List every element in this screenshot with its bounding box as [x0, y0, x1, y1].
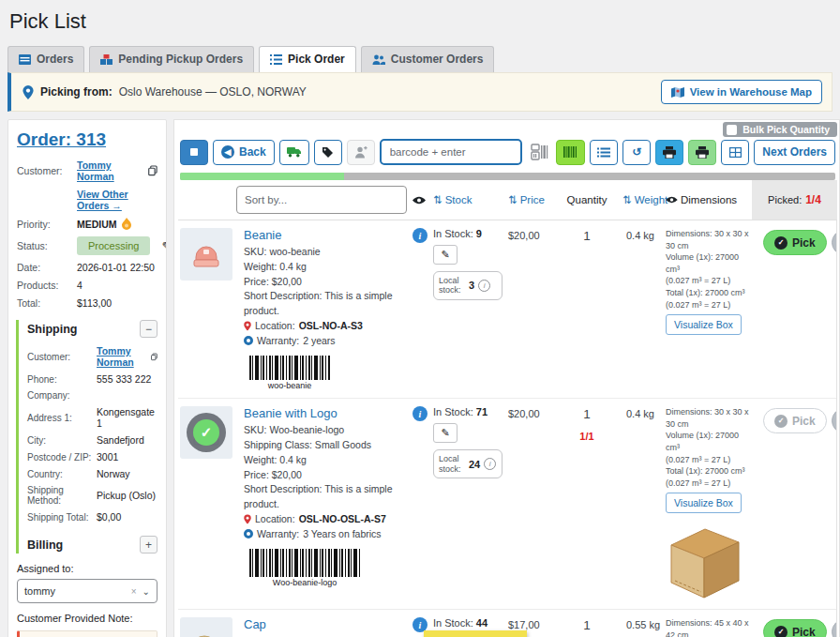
box-3d-visualization — [666, 521, 742, 599]
sort-arrows-icon: ⇅ — [433, 193, 442, 206]
product-image[interactable] — [180, 617, 232, 637]
assign-user-button[interactable] — [347, 140, 375, 165]
date-label: Date: — [17, 262, 77, 273]
visibility-column-header[interactable] — [412, 196, 433, 205]
assigned-to-select[interactable]: tommy × ⌄ — [17, 579, 158, 603]
status-label: Status: — [17, 240, 77, 251]
edit-stock-button[interactable]: ✎ — [433, 245, 458, 265]
grid-view-button[interactable] — [721, 140, 749, 165]
barcode-scan-button[interactable] — [556, 140, 585, 165]
column-header-weight[interactable]: ⇅Weight — [613, 193, 666, 206]
status-badge: Processing — [77, 236, 150, 255]
sort-input[interactable] — [236, 186, 407, 214]
next-orders-button[interactable]: Next Orders — [754, 140, 835, 165]
product-name-link[interactable]: Beanie — [244, 228, 281, 242]
tab-pending-label: Pending Pickup Orders — [118, 53, 243, 66]
copy-icon[interactable] — [151, 352, 158, 362]
order-title-link[interactable]: Order: 313 — [17, 129, 106, 150]
local-stock-info-icon[interactable]: i — [484, 458, 496, 470]
info-icon[interactable]: i — [412, 406, 428, 421]
collapse-sidebar-button[interactable] — [180, 140, 208, 165]
info-icon[interactable]: i — [412, 228, 428, 243]
billing-title: Billing — [27, 538, 63, 552]
edit-status-icon[interactable]: ✎ — [161, 239, 167, 253]
list-icon — [597, 147, 610, 158]
quantity-cell: 11/1 — [561, 406, 613, 603]
next-orders-label: Next Orders — [762, 145, 827, 159]
barcode-input[interactable] — [380, 139, 522, 165]
product-image[interactable]: ✓ — [180, 406, 232, 459]
sticky-note[interactable]: Location changed on this item. Tom — [424, 630, 527, 637]
print-blue-button[interactable] — [655, 140, 683, 165]
pick-button[interactable]: ✓Pick — [763, 619, 827, 637]
local-stock-info-icon[interactable]: i — [478, 280, 490, 292]
undo-pick-button[interactable]: ↺ — [832, 408, 837, 433]
tag-button[interactable] — [314, 140, 342, 165]
edit-stock-button[interactable]: ✎ — [433, 423, 458, 443]
collapse-shipping-button[interactable]: − — [140, 320, 158, 338]
undo-pick-button[interactable]: ↺ — [832, 619, 837, 637]
dimensions-cell: Dimensions: 30 x 30 x 30 cmVolume (1x): … — [666, 406, 752, 603]
product-name-link[interactable]: Beanie with Logo — [244, 406, 338, 420]
copy-icon[interactable] — [148, 165, 158, 176]
customer-note-label: Customer Provided Note: — [17, 613, 158, 624]
column-header-stock[interactable]: ⇅Stock — [433, 193, 508, 206]
shipment-truck-button[interactable] — [279, 140, 309, 165]
product-info: Cap SKU: woo-cap Weight: 0.55 kg Price: … — [244, 617, 412, 637]
pick-progress-fill — [180, 173, 344, 180]
product-barcode: woo-beanie — [244, 354, 336, 392]
tab-pending-pickup-orders[interactable]: Pending Pickup Orders — [89, 46, 254, 72]
pick-progress-bar — [180, 173, 835, 180]
ship-customer-link[interactable]: Tommy Norman — [97, 345, 148, 368]
expand-billing-button[interactable]: + — [140, 536, 158, 554]
label-printer-icon[interactable] — [531, 144, 549, 160]
picked-ratio: 1/1 — [561, 431, 613, 442]
product-name-link[interactable]: Cap — [244, 617, 266, 631]
view-warehouse-map-button[interactable]: View in Warehouse Map — [661, 80, 822, 104]
products-label: Products: — [17, 280, 77, 291]
customer-note-textarea[interactable] — [17, 630, 158, 637]
product-row-cap: Cap SKU: woo-cap Weight: 0.55 kg Price: … — [178, 610, 836, 637]
clear-icon[interactable]: × — [131, 586, 137, 597]
visualize-box-button[interactable]: Visualize Box — [666, 314, 742, 335]
view-other-orders-link[interactable]: View Other Orders → — [77, 189, 158, 211]
print-green-button[interactable] — [688, 140, 716, 165]
back-button[interactable]: ◀Back — [213, 140, 275, 165]
bulk-pick-quantity-toggle[interactable]: Bulk Pick Quantity — [723, 122, 837, 137]
local-stock-box: Local stock:24i — [433, 449, 502, 478]
pick-button-disabled[interactable]: ✓Pick — [763, 408, 827, 433]
total-label: Total: — [17, 297, 77, 309]
product-image[interactable] — [180, 228, 232, 281]
visualize-box-button[interactable]: Visualize Box — [666, 493, 742, 513]
column-header-price[interactable]: ⇅Price — [508, 193, 561, 206]
dimensions-cell: Dimensions: 45 x 40 x 42 cmVolume (1x): … — [666, 617, 752, 637]
product-location: OSL-NO-A-S3 — [299, 319, 363, 334]
ship-label: Address 1: — [27, 413, 97, 423]
tab-bar: Orders Pending Pickup Orders Pick Order … — [8, 46, 840, 72]
order-sidebar: Order: 313 Customer: Tommy Norman View O… — [8, 119, 167, 637]
weight-value: 0.4 kg — [613, 406, 666, 603]
tab-customer-orders[interactable]: Customer Orders — [361, 46, 495, 72]
tab-pick-order[interactable]: Pick Order — [259, 46, 356, 72]
priority-value: MEDIUM — [77, 219, 117, 230]
tab-customer-orders-label: Customer Orders — [391, 53, 484, 66]
quantity-value: 1 — [561, 618, 613, 632]
product-list: Beanie SKU: woo-beanie Weight: 0.4 kg Pr… — [178, 220, 837, 637]
bulk-pick-checkbox[interactable] — [727, 125, 737, 135]
stock-cell: In Stock: 71 ✎ Local stock:24i — [433, 406, 508, 603]
undo-pick-button[interactable]: ↺ — [832, 230, 837, 255]
row-actions: ✓Pick ↺ — [752, 406, 837, 603]
grid-icon — [729, 147, 742, 158]
ship-value: 3001 — [97, 451, 158, 463]
chevron-down-icon: ⌄ — [142, 586, 150, 597]
location-pin-icon — [22, 85, 34, 99]
ship-value: Sandefjord — [97, 434, 158, 446]
tab-orders[interactable]: Orders — [8, 46, 84, 72]
ship-value: Kongensgate 1 — [97, 406, 158, 429]
customer-link[interactable]: Tommy Norman — [77, 159, 144, 182]
back-arrow-icon: ◀ — [221, 145, 234, 159]
in-stock-value: 71 — [476, 406, 488, 417]
undo-toolbar-button[interactable]: ↺ — [622, 140, 651, 165]
pick-button[interactable]: ✓Pick — [763, 230, 827, 255]
list-view-button[interactable] — [590, 140, 618, 165]
